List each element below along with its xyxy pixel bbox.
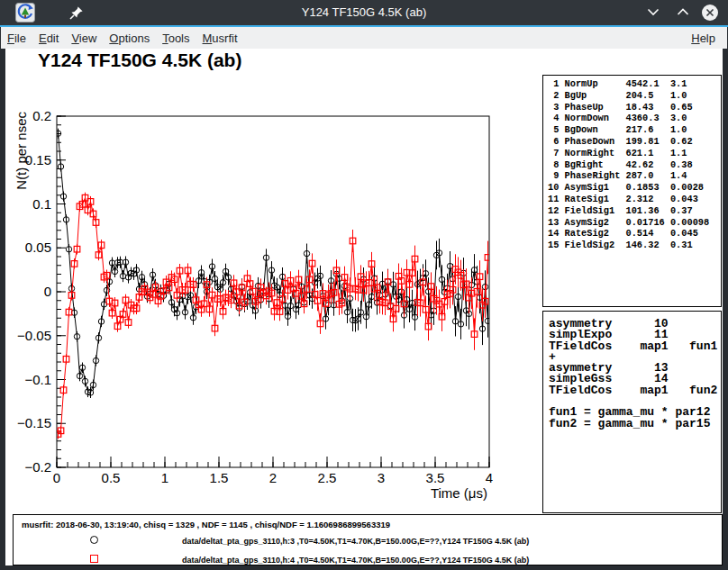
menu-item-musrfit[interactable]: Musrfit bbox=[196, 30, 244, 47]
menu-item-options[interactable]: Options bbox=[103, 30, 156, 47]
y-axis-title: N(t) per nsec bbox=[14, 112, 29, 190]
svg-text:0.1: 0.1 bbox=[32, 196, 51, 212]
svg-text:0.2: 0.2 bbox=[32, 108, 51, 123]
svg-text:1.5: 1.5 bbox=[210, 470, 229, 485]
plot-title: Y124 TF150G 4.5K (ab) bbox=[38, 50, 241, 71]
svg-text:3.5: 3.5 bbox=[426, 470, 445, 485]
x-axis-title: Time (μs) bbox=[431, 485, 487, 501]
svg-text:2: 2 bbox=[269, 470, 277, 485]
parameter-box-text: 1 NormUp 4542.1 3.1 2 BgUp 204.5 1.0 3 P… bbox=[543, 76, 721, 251]
close-button[interactable] bbox=[702, 5, 718, 21]
maximize-button[interactable] bbox=[677, 8, 689, 16]
svg-text:3: 3 bbox=[378, 470, 385, 485]
titlebar[interactable]: Y124 TF150G 4.5K (ab) bbox=[0, 0, 728, 25]
svg-text:0.5: 0.5 bbox=[102, 470, 121, 485]
minimize-button[interactable] bbox=[647, 8, 660, 16]
legend-marker-circle-icon bbox=[90, 536, 98, 544]
menu-item-view[interactable]: View bbox=[65, 30, 103, 47]
svg-text:−0.05: −0.05 bbox=[17, 328, 51, 343]
legend-row-h3: data/deltat_pta_gps_3110,h:3 ,T0=4.50K,T… bbox=[14, 536, 722, 547]
menubar: FileEditViewOptionsToolsMusrfitHelp bbox=[1, 27, 727, 49]
legend-label-h4: data/deltat_pta_gps_3110,h:4 ,T0=4.50K,T… bbox=[182, 556, 529, 565]
svg-text:−0.15: −0.15 bbox=[17, 415, 51, 430]
series-h3 bbox=[55, 129, 490, 398]
svg-text:−0.1: −0.1 bbox=[24, 372, 51, 387]
legend-label-h3: data/deltat_pta_gps_3110,h:3 ,T0=4.50K,T… bbox=[182, 537, 529, 546]
legend-box[interactable]: musrfit: 2018-06-30, 13:19:40, chisq = 1… bbox=[13, 514, 723, 565]
menu-item-file[interactable]: File bbox=[1, 30, 32, 47]
svg-text:2.5: 2.5 bbox=[318, 470, 337, 485]
theory-box[interactable]: asymmetry 10 simplExpo 11 TFieldCos map1… bbox=[542, 311, 722, 513]
series-h4 bbox=[55, 193, 491, 439]
legend-marker-square-icon bbox=[90, 555, 98, 563]
menu-item-help[interactable]: Help bbox=[685, 30, 722, 47]
legend-row-h4: data/deltat_pta_gps_3110,h:4 ,T0=4.50K,T… bbox=[14, 555, 722, 565]
window-title: Y124 TF150G 4.5K (ab) bbox=[0, 5, 728, 19]
svg-text:0.05: 0.05 bbox=[25, 240, 51, 255]
menu-item-edit[interactable]: Edit bbox=[32, 30, 65, 47]
svg-text:0.15: 0.15 bbox=[25, 152, 51, 167]
svg-text:0: 0 bbox=[53, 470, 60, 485]
fit-stats-line: musrfit: 2018-06-30, 13:19:40, chisq = 1… bbox=[22, 520, 390, 529]
theory-box-text: asymmetry 10 simplExpo 11 TFieldCos map1… bbox=[543, 312, 721, 430]
svg-text:1: 1 bbox=[161, 470, 168, 485]
svg-text:4: 4 bbox=[486, 470, 493, 485]
menu-item-tools[interactable]: Tools bbox=[156, 30, 196, 47]
svg-text:0: 0 bbox=[44, 284, 51, 299]
parameter-box[interactable]: 1 NormUp 4542.1 3.1 2 BgUp 204.5 1.0 3 P… bbox=[542, 75, 722, 307]
svg-text:−0.2: −0.2 bbox=[24, 459, 51, 475]
close-icon bbox=[705, 8, 714, 17]
